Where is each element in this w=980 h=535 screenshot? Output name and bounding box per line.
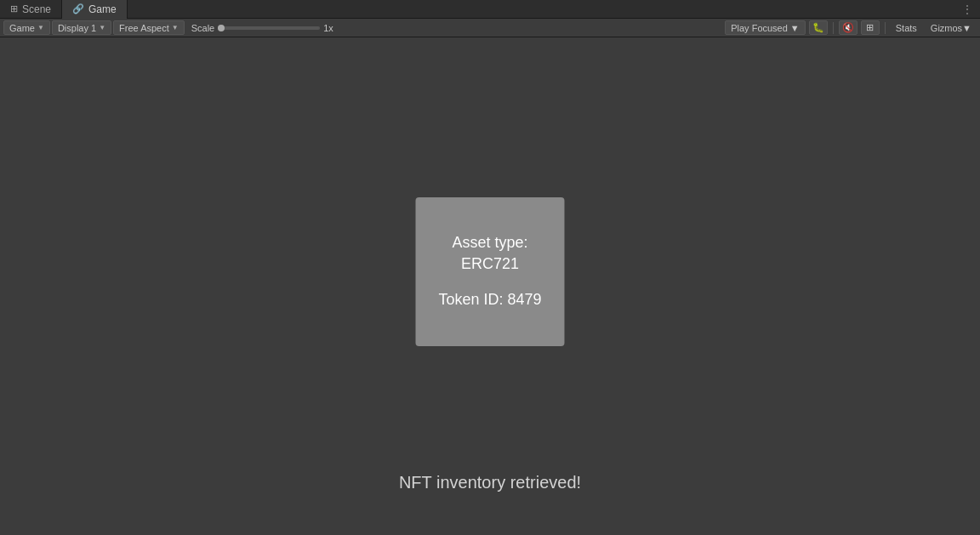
toolbar-separator-2 — [885, 22, 886, 34]
mute-button[interactable]: 🔇 — [839, 20, 858, 35]
nft-message: NFT inventory retrieved! — [399, 473, 581, 492]
stats-button[interactable]: Stats — [891, 22, 922, 34]
tab-bar: ⊞ Scene 🔗 Game ⋮ — [0, 0, 980, 19]
display-dropdown-label: Display 1 — [58, 23, 96, 33]
game-tab-icon: 🔗 — [72, 3, 84, 14]
bug-button[interactable]: 🐛 — [809, 20, 828, 35]
tab-more-icon: ⋮ — [961, 3, 973, 16]
token-id-text: Token ID: 8479 — [438, 289, 541, 310]
scale-container: Scale 1x — [186, 23, 339, 33]
stats-label: Stats — [896, 23, 917, 33]
toolbar-right: Play Focused ▼ 🐛 🔇 ⊞ Stats Gizmos ▼ — [725, 20, 977, 35]
gizmos-arrow: ▼ — [962, 23, 971, 33]
aspect-dropdown-arrow: ▼ — [172, 24, 179, 31]
gizmos-label: Gizmos — [931, 23, 962, 33]
play-focused-arrow: ▼ — [790, 23, 800, 33]
display-dropdown-arrow: ▼ — [99, 24, 105, 31]
asset-type-label: Asset type: — [452, 234, 527, 251]
game-dropdown-label: Game — [9, 23, 35, 33]
game-tab-label: Game — [88, 3, 117, 15]
grid-icon: ⊞ — [866, 22, 874, 33]
nft-card: Asset type: ERC721 Token ID: 8479 — [416, 197, 565, 346]
scale-slider-thumb — [218, 25, 225, 31]
scale-value: 1x — [323, 23, 333, 33]
game-dropdown-arrow: ▼ — [37, 24, 44, 31]
token-value: 8479 — [508, 291, 542, 308]
scale-label: Scale — [191, 23, 215, 33]
scale-slider[interactable] — [218, 26, 320, 30]
mute-icon: 🔇 — [842, 22, 854, 33]
aspect-dropdown-label: Free Aspect — [119, 23, 169, 33]
game-dropdown[interactable]: Game ▼ — [3, 20, 50, 35]
play-focused-dropdown[interactable]: Play Focused ▼ — [725, 20, 806, 35]
scene-tab-label: Scene — [22, 3, 51, 15]
tab-scene[interactable]: ⊞ Scene — [0, 0, 62, 19]
asset-type-text: Asset type: ERC721 — [452, 232, 527, 275]
grid-button[interactable]: ⊞ — [861, 20, 880, 35]
gizmos-dropdown[interactable]: Gizmos ▼ — [926, 22, 977, 34]
asset-type-value: ERC721 — [461, 255, 519, 272]
toolbar: Game ▼ Display 1 ▼ Free Aspect ▼ Scale 1… — [0, 19, 980, 37]
token-label: Token ID: — [438, 291, 503, 308]
aspect-dropdown[interactable]: Free Aspect ▼ — [113, 20, 185, 35]
tab-more-button[interactable]: ⋮ — [954, 3, 980, 16]
bug-icon: 🐛 — [812, 22, 824, 33]
scene-tab-icon: ⊞ — [10, 3, 18, 14]
toolbar-separator-1 — [833, 22, 834, 34]
play-focused-label: Play Focused — [731, 23, 788, 33]
tab-game[interactable]: 🔗 Game — [62, 0, 128, 19]
display-dropdown[interactable]: Display 1 ▼ — [52, 20, 111, 35]
game-viewport: Asset type: ERC721 Token ID: 8479 NFT in… — [0, 37, 980, 535]
